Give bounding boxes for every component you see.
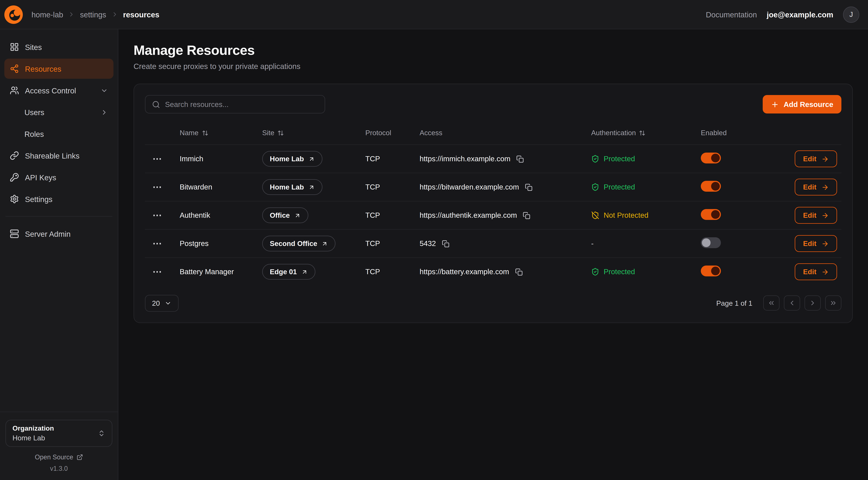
sidebar-item-sites[interactable]: Sites	[4, 37, 114, 57]
breadcrumb-org[interactable]: home-lab	[31, 10, 63, 19]
edit-button[interactable]: Edit	[795, 264, 837, 280]
copy-icon	[525, 183, 532, 191]
sidebar-item-access-control[interactable]: Access Control	[4, 80, 114, 100]
open-source-label: Open Source	[35, 453, 73, 461]
site-link[interactable]: Home Lab	[262, 179, 322, 195]
column-header-name[interactable]: Name	[180, 129, 208, 137]
row-menu-button[interactable]: ⋯	[149, 209, 165, 222]
chevrons-up-down-icon	[98, 429, 105, 437]
add-resource-button[interactable]: Add Resource	[763, 95, 841, 114]
shield-check-icon	[591, 155, 599, 163]
panel-toolbar: Add Resource	[145, 95, 841, 114]
access-url: https://bitwarden.example.com	[420, 183, 519, 191]
site-name: Edge 01	[270, 268, 297, 276]
row-menu-button[interactable]: ⋯	[149, 237, 165, 250]
site-link[interactable]: Second Office	[262, 236, 336, 251]
breadcrumb-current: resources	[123, 10, 159, 19]
open-source-link[interactable]: Open Source	[35, 453, 83, 461]
edit-button[interactable]: Edit	[795, 150, 837, 167]
next-page-button[interactable]	[805, 295, 821, 310]
page-size-select[interactable]: 20	[145, 295, 179, 311]
site-link[interactable]: Office	[262, 207, 308, 223]
breadcrumb-settings[interactable]: settings	[80, 10, 106, 19]
column-header-label: Authentication	[591, 129, 636, 137]
edit-button[interactable]: Edit	[795, 235, 837, 252]
protocol: TCP	[361, 230, 415, 258]
sidebar-divider	[5, 216, 112, 217]
sidebar-item-roles[interactable]: Roles	[4, 124, 114, 144]
copy-button[interactable]	[514, 267, 524, 277]
column-header-authentication[interactable]: Authentication	[591, 129, 646, 137]
site-name: Second Office	[270, 239, 317, 248]
documentation-link[interactable]: Documentation	[706, 10, 757, 19]
add-resource-label: Add Resource	[783, 100, 833, 109]
edit-label: Edit	[803, 183, 816, 191]
edit-button[interactable]: Edit	[795, 179, 837, 196]
column-header-label: Site	[262, 129, 274, 137]
shield-off-icon	[591, 211, 599, 219]
row-menu-button[interactable]: ⋯	[149, 265, 165, 279]
access-url: 5432	[420, 239, 436, 248]
access-url: https://battery.example.com	[420, 268, 509, 276]
avatar[interactable]: J	[843, 6, 859, 23]
column-header-site[interactable]: Site	[262, 129, 284, 137]
user-email[interactable]: joe@example.com	[767, 10, 833, 19]
chevron-down-icon	[165, 300, 172, 307]
enabled-toggle[interactable]	[701, 153, 721, 163]
sidebar-item-api-keys[interactable]: API Keys	[4, 167, 114, 187]
previous-page-button[interactable]	[784, 295, 800, 310]
toggle-knob	[711, 154, 720, 162]
chevron-right-icon	[809, 299, 816, 307]
users-icon	[10, 86, 19, 95]
edit-button[interactable]: Edit	[795, 207, 837, 224]
sidebar-item-server-admin[interactable]: Server Admin	[4, 224, 114, 244]
auth-status: Protected	[591, 268, 692, 276]
table-header-row: Name Site Protocol Access Authentication…	[145, 124, 841, 145]
search-input[interactable]	[165, 100, 318, 109]
last-page-button[interactable]	[825, 295, 841, 310]
page-info: Page 1 of 1	[716, 299, 752, 307]
table-row: ⋯ Postgres Second Office TCP 5432 - Edit	[145, 230, 841, 258]
site-name: Home Lab	[270, 155, 304, 163]
arrow-up-right-icon	[308, 156, 315, 162]
pangolin-logo-icon[interactable]	[4, 5, 23, 24]
shield-check-icon	[591, 183, 599, 191]
copy-button[interactable]	[524, 182, 534, 192]
auth-label: Not Protected	[603, 211, 649, 219]
site-link[interactable]: Edge 01	[262, 264, 315, 280]
chevrons-left-icon	[768, 299, 775, 307]
sidebar-item-users[interactable]: Users	[4, 102, 114, 122]
search-icon	[152, 100, 160, 109]
sidebar-item-label: Server Admin	[25, 230, 70, 238]
enabled-toggle[interactable]	[701, 181, 721, 192]
copy-button[interactable]	[515, 154, 525, 164]
enabled-toggle[interactable]	[701, 209, 721, 220]
enabled-toggle[interactable]	[701, 266, 721, 276]
resource-name: Battery Manager	[175, 258, 258, 286]
toggle-knob	[711, 210, 720, 219]
first-page-button[interactable]	[763, 295, 779, 310]
row-menu-button[interactable]: ⋯	[149, 152, 165, 166]
site-link[interactable]: Home Lab	[262, 151, 322, 167]
sidebar-item-settings[interactable]: Settings	[4, 189, 114, 209]
sidebar-item-label: API Keys	[25, 173, 56, 182]
edit-label: Edit	[803, 211, 816, 219]
arrow-right-icon	[821, 268, 829, 276]
sidebar-item-resources[interactable]: Resources	[4, 59, 114, 79]
breadcrumb: home-lab settings resources	[31, 10, 159, 19]
toggle-knob	[711, 182, 720, 190]
column-header-enabled: Enabled	[696, 124, 770, 145]
row-menu-button[interactable]: ⋯	[149, 180, 165, 194]
column-header-menu	[145, 124, 175, 145]
enabled-toggle[interactable]	[701, 237, 721, 248]
copy-button[interactable]	[522, 210, 532, 220]
organization-selector[interactable]: Organization Home Lab	[5, 420, 112, 447]
grid-icon	[10, 42, 19, 52]
chevron-down-icon	[100, 87, 108, 94]
app-window: home-lab settings resources Documentatio…	[0, 0, 868, 480]
copy-button[interactable]	[441, 239, 451, 248]
sidebar-item-shareable-links[interactable]: Shareable Links	[4, 146, 114, 166]
sidebar-footer: Organization Home Lab Open Source v1.3.0	[0, 412, 118, 480]
access-url: https://immich.example.com	[420, 155, 510, 163]
gear-icon	[10, 194, 19, 204]
